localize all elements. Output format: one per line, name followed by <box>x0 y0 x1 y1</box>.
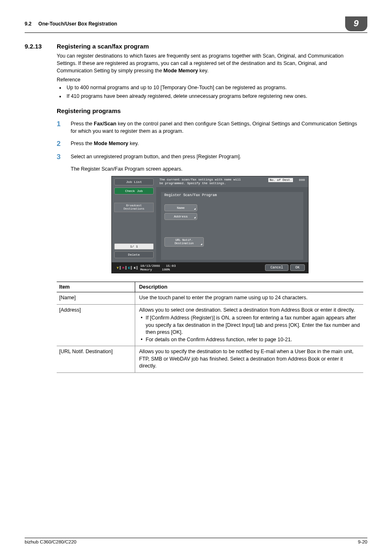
cell-item: [Name] <box>57 292 135 305</box>
dest-label: No. of Dest. <box>268 178 293 182</box>
status-memory-pct: 100% <box>162 268 170 271</box>
status-datetime: 10/13/2008 15:03 Memory 100% <box>140 264 175 271</box>
cancel-button[interactable]: Cancel <box>265 264 288 271</box>
ss-sidebar: Job List Check Job Broadcast Destination… <box>112 176 156 262</box>
cell-item: [URL Notif. Destination] <box>57 346 135 373</box>
cell-desc-text: Allows you to select one destination. Se… <box>139 307 355 313</box>
step-body: Press the Fax/Scan key on the control pa… <box>71 120 363 135</box>
step-3: 3 Select an unregistered program button,… <box>57 153 363 161</box>
col-item: Item <box>57 282 135 292</box>
address-field-button[interactable]: Address <box>164 213 197 220</box>
broadcast-destinations-label: Broadcast Destinations <box>114 203 154 212</box>
chapter-badge: 9 <box>345 16 367 31</box>
step-key: Fax/Scan <box>94 121 116 127</box>
header-breadcrumb: 9.2 One-Touch/User Box Registration <box>25 21 117 27</box>
table-row: [URL Notif. Destination] Allows you to s… <box>57 346 363 373</box>
check-job-button[interactable]: Check Job <box>114 187 154 194</box>
delete-button[interactable]: Delete <box>114 251 154 258</box>
section-title: Registering a scan/fax program <box>57 43 149 50</box>
register-panel: Name Address URL Notif. Destination <box>161 199 303 260</box>
toner-m: M <box>122 266 125 270</box>
table-row: [Name] Use the touch panel to enter the … <box>57 292 363 305</box>
intro-text-b: key. <box>198 68 208 74</box>
step-1: 1 Press the Fax/Scan key on the control … <box>57 120 363 135</box>
step-3-extra: The Register Scan/Fax Program screen app… <box>71 166 363 172</box>
toner-y: Y <box>117 266 119 270</box>
prompt-line1: The current scan/fax settings with name … <box>159 178 241 182</box>
url-notif-button[interactable]: URL Notif. Destination <box>164 237 204 247</box>
paginate-indicator: 1/ 1 <box>114 243 154 250</box>
cell-desc: Use the touch panel to enter the program… <box>135 292 363 305</box>
intro-paragraph: You can register destinations to which f… <box>57 52 363 74</box>
step-body: Press the Mode Memory key. <box>71 140 363 148</box>
cell-desc: Allows you to specify the destination to… <box>135 346 363 373</box>
ok-button[interactable]: OK <box>290 264 305 271</box>
section-number: 9.2.13 <box>25 43 49 50</box>
step-pre: Select an unregistered program button, a… <box>71 154 241 160</box>
prompt-line2: be programmed. Specify the settings. <box>159 182 241 185</box>
toner-k: K <box>134 266 136 270</box>
step-number: 1 <box>57 120 64 135</box>
status-bar: Y M C K 10/13/2008 15:03 Memory 100% Can… <box>112 262 308 273</box>
step-pre: Press the <box>71 141 94 146</box>
toner-c: C <box>128 266 130 270</box>
cell-item: [Address] <box>57 304 135 346</box>
prompt-bar: The current scan/fax settings with name … <box>156 176 308 187</box>
footer-page: 9-20 <box>358 539 367 544</box>
section-heading: 9.2.13 Registering a scan/fax program <box>25 43 367 50</box>
reference-bullet: If 410 programs have been already regist… <box>57 92 363 100</box>
cell-desc: Allows you to select one destination. Se… <box>135 304 363 346</box>
header-breadcrumb-text: One-Touch/User Box Registration <box>38 21 117 27</box>
step-2: 2 Press the Mode Memory key. <box>57 140 363 148</box>
col-description: Description <box>135 282 363 292</box>
status-time: 15:03 <box>166 264 176 268</box>
description-table: Item Description [Name] Use the touch pa… <box>57 282 363 373</box>
cell-bullet: If [Confirm Address (Register)] is ON, a… <box>139 314 361 336</box>
page-footer: bizhub C360/C280/C220 9-20 <box>25 538 367 544</box>
reference-bullet: Up to 400 normal programs and up to 10 [… <box>57 84 363 91</box>
step-number: 2 <box>57 140 64 148</box>
step-number: 3 <box>57 153 64 161</box>
name-field-button[interactable]: Name <box>164 204 197 211</box>
panel-title: Register Scan/Fax Program <box>161 192 303 199</box>
cell-bullet: For details on the Confirm Address funct… <box>139 336 361 344</box>
footer-model: bizhub C360/C280/C220 <box>25 539 76 544</box>
reference-label: Reference <box>57 77 363 83</box>
status-date: 10/13/2008 <box>140 264 160 268</box>
step-body: Select an unregistered program button, a… <box>71 153 363 161</box>
register-program-screenshot: Job List Check Job Broadcast Destination… <box>111 176 309 273</box>
intro-key-modememorykey: Mode Memory <box>164 68 198 74</box>
reference-bullets: Up to 400 normal programs and up to 10 [… <box>57 84 363 99</box>
subheading-registering-programs: Registering programs <box>57 107 363 114</box>
table-row: [Address] Allows you to select one desti… <box>57 304 363 346</box>
status-memory-label: Memory <box>140 268 152 271</box>
page-header: 9.2 One-Touch/User Box Registration 9 <box>25 16 367 33</box>
step-post: key. <box>128 141 138 146</box>
job-list-button[interactable]: Job List <box>114 178 154 185</box>
step-key: Mode Memory <box>94 141 128 146</box>
toner-levels: Y M C K <box>115 266 140 270</box>
step-pre: Press the <box>71 121 94 127</box>
dest-count: 000 <box>299 178 305 182</box>
header-section-ref: 9.2 <box>25 21 32 27</box>
